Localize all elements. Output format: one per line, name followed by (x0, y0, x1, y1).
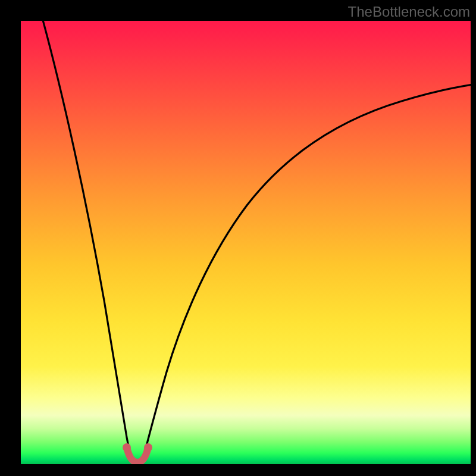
curve-left-branch (42, 21, 133, 461)
chart-frame: TheBottleneck.com (0, 0, 476, 476)
curve-right-branch (142, 84, 471, 461)
connector-end-left (123, 443, 131, 452)
plot-area (21, 21, 471, 464)
watermark-text: TheBottleneck.com (348, 4, 470, 20)
connector-end-right (144, 443, 152, 452)
curve-layer (21, 21, 471, 464)
